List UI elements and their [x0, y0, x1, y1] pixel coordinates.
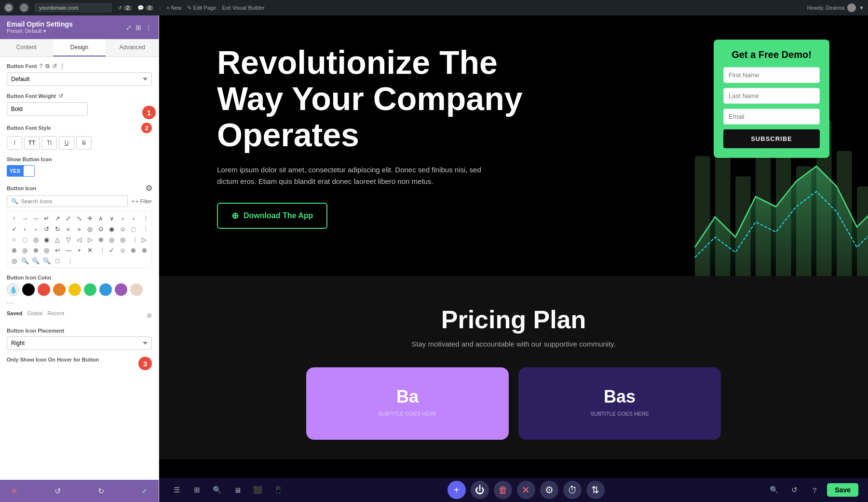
icon-cell[interactable]: ▕: [139, 213, 149, 223]
help-btn[interactable]: ?: [807, 482, 822, 498]
menu-btn[interactable]: ☰: [169, 482, 184, 498]
icon-cell[interactable]: ▕: [96, 245, 106, 255]
exit-builder-btn[interactable]: Exit Visual Builder: [222, 5, 264, 11]
tab-design[interactable]: Design: [53, 39, 106, 56]
icon-cell[interactable]: ↵: [42, 213, 52, 223]
icon-cell[interactable]: ✕: [85, 245, 95, 255]
color-green[interactable]: [84, 283, 96, 296]
help-icon[interactable]: ?: [39, 63, 42, 70]
icon-cell[interactable]: △: [53, 235, 62, 244]
icon-cell[interactable]: »: [74, 224, 84, 234]
icon-cell[interactable]: ∨: [107, 213, 117, 223]
icon-cell[interactable]: ◎: [42, 245, 52, 255]
first-name-input[interactable]: [723, 67, 820, 83]
icon-cell[interactable]: 🔍: [20, 256, 30, 265]
button-font-weight-input[interactable]: [7, 102, 88, 116]
expand-icon[interactable]: ⤢: [126, 24, 132, 31]
toggle-yes[interactable]: YES: [7, 165, 35, 177]
color-orange[interactable]: [53, 283, 66, 296]
tab-advanced[interactable]: Advanced: [106, 39, 159, 56]
layout-icon[interactable]: ⊞: [136, 24, 141, 31]
monitor-btn[interactable]: 🖥: [230, 482, 245, 498]
icon-cell[interactable]: ↗: [53, 213, 62, 223]
icon-cell[interactable]: ↑: [9, 213, 19, 223]
timer-btn[interactable]: ⏱: [563, 481, 582, 499]
icon-cell[interactable]: ◉: [42, 235, 52, 244]
add-section-btn[interactable]: +: [448, 481, 466, 499]
icon-cell[interactable]: ✓: [9, 224, 19, 234]
power-btn[interactable]: ⏻: [471, 481, 489, 499]
wordpress-icon[interactable]: W: [4, 3, 14, 13]
style-bold[interactable]: TT: [24, 136, 40, 150]
tab-content[interactable]: Content: [0, 39, 53, 56]
icon-cell[interactable]: ⊕: [129, 245, 138, 255]
settings-btn[interactable]: ⚙: [540, 481, 558, 499]
edit-page-btn[interactable]: ✎ Edit Page: [187, 5, 216, 11]
url-bar[interactable]: [35, 3, 112, 12]
color-settings-icon[interactable]: ⚙: [147, 312, 152, 319]
color-tab-recent[interactable]: Recent: [47, 310, 64, 316]
icon-cell[interactable]: +: [74, 245, 84, 255]
button-icon-placement-select[interactable]: Right: [7, 336, 152, 350]
toggle-knob[interactable]: [24, 166, 34, 176]
icon-search-input[interactable]: [21, 198, 123, 204]
icon-cell[interactable]: ○: [9, 235, 19, 244]
icon-cell[interactable]: 🔍: [31, 256, 41, 265]
comments-btn[interactable]: 💬0: [137, 5, 154, 11]
undo-btn[interactable]: ↺: [50, 484, 65, 498]
sidebar-preset[interactable]: Preset: Default ▾: [7, 28, 73, 34]
search-btn[interactable]: 🔍: [209, 482, 225, 498]
redo-btn[interactable]: ↻: [94, 484, 108, 498]
filter-btn[interactable]: + + Filter: [132, 198, 152, 204]
icon-cell[interactable]: ⊕: [9, 245, 19, 255]
icon-cell[interactable]: ◎: [107, 235, 117, 244]
icon-cell[interactable]: ✛: [85, 213, 95, 223]
color-black[interactable]: [22, 283, 35, 296]
icon-cell[interactable]: ∧: [96, 213, 106, 223]
icon-cell[interactable]: ⊗: [139, 245, 149, 255]
icon-cell[interactable]: →: [20, 213, 30, 223]
cancel-btn[interactable]: ✕: [7, 484, 21, 498]
icon-cell[interactable]: ☺: [118, 245, 127, 255]
icon-cell[interactable]: —: [64, 245, 73, 255]
icon-cell[interactable]: ‹: [118, 213, 127, 223]
style-capitalize[interactable]: Tt: [41, 136, 57, 150]
color-purple[interactable]: [115, 283, 127, 296]
icon-cell[interactable]: ⤡: [74, 213, 84, 223]
icon-cell[interactable]: ⊕: [96, 235, 106, 244]
icon-cell[interactable]: ›: [31, 224, 41, 234]
close-section-btn[interactable]: ✕: [517, 481, 535, 499]
icon-cell[interactable]: ⊙: [96, 224, 106, 234]
search2-btn[interactable]: 🔍: [766, 482, 782, 498]
color-tab-global[interactable]: Global: [27, 310, 42, 316]
icon-cell[interactable]: ↩: [53, 245, 62, 255]
tablet-btn[interactable]: ⬛: [250, 482, 265, 498]
icon-cell[interactable]: ◎: [118, 235, 127, 244]
reset-icon[interactable]: ↺: [52, 63, 57, 70]
refresh-btn[interactable]: ↺2: [118, 5, 132, 11]
icon-cell[interactable]: «: [64, 224, 73, 234]
user-avatar[interactable]: [847, 3, 856, 12]
icon-cell[interactable]: ›: [129, 213, 138, 223]
color-yellow[interactable]: [68, 283, 81, 296]
save-btn[interactable]: Save: [827, 483, 858, 497]
icon-cell[interactable]: ▷: [85, 235, 95, 244]
new-btn[interactable]: + New: [166, 5, 182, 11]
more-icon[interactable]: ⋮: [145, 24, 152, 31]
grid-btn[interactable]: ⊞: [189, 482, 204, 498]
email-input[interactable]: [723, 109, 820, 125]
font-weight-reset-icon[interactable]: ↺: [58, 93, 63, 99]
icon-cell[interactable]: ◎: [9, 256, 19, 265]
icon-cell[interactable]: ↔: [31, 213, 41, 223]
style-underline[interactable]: U: [59, 136, 74, 150]
phone-btn[interactable]: 📱: [270, 482, 285, 498]
color-red[interactable]: [38, 283, 50, 296]
icon-cell[interactable]: ◌: [129, 224, 138, 234]
icon-target-btn[interactable]: ⊙: [146, 183, 152, 193]
icon-cell[interactable]: ‹: [20, 224, 30, 234]
site-icon[interactable]: [19, 3, 29, 13]
icon-cell[interactable]: ◎: [20, 245, 30, 255]
confirm-btn[interactable]: ✓: [137, 484, 152, 498]
icon-cell[interactable]: ▕: [139, 224, 149, 234]
button-font-select[interactable]: Default: [7, 72, 152, 86]
